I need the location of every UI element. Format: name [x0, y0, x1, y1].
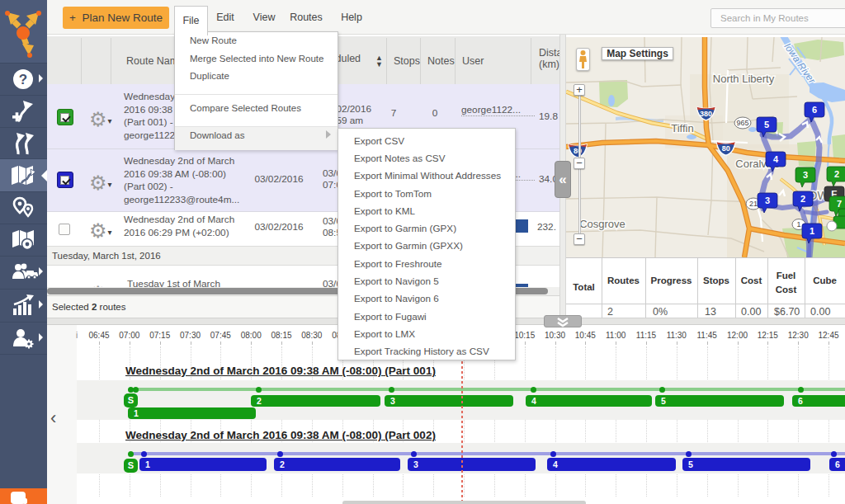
svg-text:4: 4 [773, 154, 779, 164]
svg-text:965: 965 [736, 119, 748, 127]
svg-text:7: 7 [837, 199, 842, 209]
svg-text:2: 2 [834, 169, 839, 179]
svg-text:?: ? [19, 72, 27, 87]
svg-text:1: 1 [796, 220, 800, 228]
svg-text:North Liberty: North Liberty [713, 73, 775, 85]
svg-text:Tiffin: Tiffin [671, 122, 693, 134]
svg-text:3: 3 [803, 170, 808, 180]
svg-text:380: 380 [700, 110, 712, 118]
svg-text:6: 6 [812, 105, 817, 115]
svg-text:1: 1 [810, 226, 814, 236]
svg-text:80: 80 [722, 144, 730, 153]
svg-text:5: 5 [764, 120, 769, 130]
svg-text:Cosgrove: Cosgrove [579, 218, 625, 230]
svg-text:2: 2 [800, 194, 805, 204]
svg-text:3: 3 [765, 195, 770, 205]
svg-text:21: 21 [749, 200, 758, 208]
